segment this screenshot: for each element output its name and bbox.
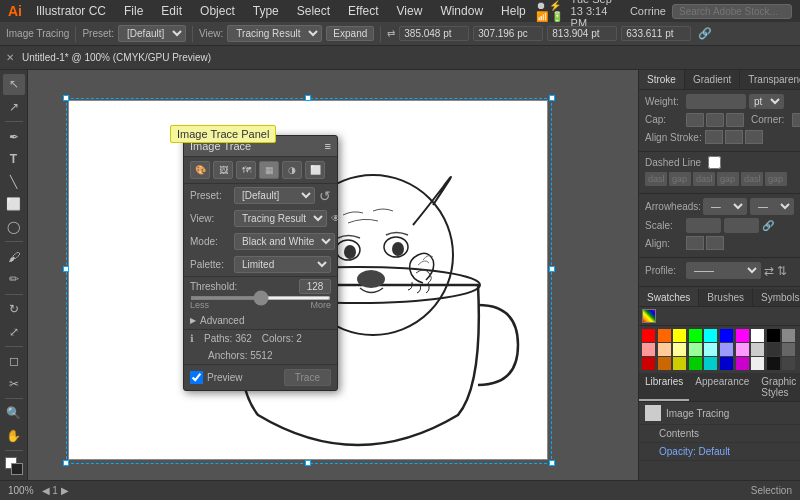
swatch-7[interactable] xyxy=(751,329,764,342)
line-tool[interactable]: ╲ xyxy=(3,172,25,193)
auto-color-icon[interactable]: 🎨 xyxy=(190,161,210,179)
view-select[interactable]: Tracing Result xyxy=(234,210,327,227)
rect-tool[interactable]: ⬜ xyxy=(3,194,25,215)
zoom-tool[interactable]: 🔍 xyxy=(3,403,25,424)
handle-tm[interactable] xyxy=(305,95,311,101)
swatch-0[interactable] xyxy=(642,329,655,342)
rotate-tool[interactable]: ↻ xyxy=(3,299,25,320)
canvas-area[interactable]: Image Trace Panel Image Trace ≡ 🎨 🖼 🗺 ▦ … xyxy=(28,70,638,480)
h-coord[interactable] xyxy=(621,26,691,41)
handle-mr[interactable] xyxy=(549,266,555,272)
swatch-16[interactable] xyxy=(736,343,749,356)
menu-help[interactable]: Help xyxy=(493,2,534,20)
preset-select[interactable]: [Default] xyxy=(234,187,315,204)
weight-input[interactable] xyxy=(686,94,746,109)
align-outside[interactable] xyxy=(745,130,763,144)
lib-item-contents[interactable]: Contents xyxy=(639,425,800,443)
swatch-28[interactable] xyxy=(767,357,780,370)
swatch-12[interactable] xyxy=(673,343,686,356)
preview-checkbox[interactable] xyxy=(190,371,203,384)
view-icon[interactable]: 👁 xyxy=(331,213,341,224)
gap2[interactable] xyxy=(717,172,739,186)
swatch-13[interactable] xyxy=(689,343,702,356)
x-coord[interactable] xyxy=(399,26,469,41)
trace-button[interactable]: Trace xyxy=(284,369,331,386)
lib-item-opacity[interactable]: Opacity: Default xyxy=(639,443,800,461)
flip-icon[interactable]: ⇄ xyxy=(764,264,774,278)
mode-select[interactable]: Black and White xyxy=(234,233,335,250)
swatch-25[interactable] xyxy=(720,357,733,370)
arrow-start-select[interactable]: — xyxy=(703,198,747,215)
corner-miter[interactable] xyxy=(792,113,800,127)
direct-select-tool[interactable]: ↗ xyxy=(3,97,25,118)
swatch-27[interactable] xyxy=(751,357,764,370)
handle-tl[interactable] xyxy=(63,95,69,101)
handle-tr[interactable] xyxy=(549,95,555,101)
cap-projecting[interactable] xyxy=(726,113,744,127)
w-coord[interactable] xyxy=(547,26,617,41)
dashed-line-checkbox[interactable] xyxy=(708,156,721,169)
menu-edit[interactable]: Edit xyxy=(153,2,190,20)
arrow-end-select[interactable]: — xyxy=(750,198,794,215)
menu-object[interactable]: Object xyxy=(192,2,243,20)
align-opt1[interactable] xyxy=(686,236,704,250)
tab-appearance[interactable]: Appearance xyxy=(689,373,755,401)
cap-round[interactable] xyxy=(706,113,724,127)
scale-start-input[interactable] xyxy=(686,218,721,233)
preset-reset-icon[interactable]: ↺ xyxy=(319,188,331,204)
flip-v-icon[interactable]: ⇅ xyxy=(777,264,787,278)
scissors-tool[interactable]: ✂ xyxy=(3,373,25,394)
swatch-20[interactable] xyxy=(642,357,655,370)
scale-tool[interactable]: ⤢ xyxy=(3,321,25,342)
weight-unit-select[interactable]: pt xyxy=(749,94,784,109)
dash3[interactable] xyxy=(741,172,763,186)
swatch-9[interactable] xyxy=(782,329,795,342)
align-inside[interactable] xyxy=(725,130,743,144)
swatch-2[interactable] xyxy=(673,329,686,342)
cap-butt[interactable] xyxy=(686,113,704,127)
tab-libraries[interactable]: Libraries xyxy=(639,373,689,401)
swatch-10[interactable] xyxy=(642,343,655,356)
bw-icon[interactable]: ◑ xyxy=(282,161,302,179)
swatch-22[interactable] xyxy=(673,357,686,370)
swatch-14[interactable] xyxy=(704,343,717,356)
link-scale-icon[interactable]: 🔗 xyxy=(762,220,774,231)
search-input[interactable] xyxy=(672,4,792,19)
menu-file[interactable]: File xyxy=(116,2,151,20)
type-tool[interactable]: T xyxy=(3,149,25,170)
swatch-5[interactable] xyxy=(720,329,733,342)
grayscale-icon[interactable]: ▦ xyxy=(259,161,279,179)
select-tool[interactable]: ↖ xyxy=(3,74,25,95)
swatch-29[interactable] xyxy=(782,357,795,370)
swatch-18[interactable] xyxy=(767,343,780,356)
advanced-header[interactable]: ▶ Advanced xyxy=(184,312,337,329)
eraser-tool[interactable]: ◻ xyxy=(3,351,25,372)
expand-button[interactable]: Expand xyxy=(326,26,374,41)
dash2[interactable] xyxy=(693,172,715,186)
menu-effect[interactable]: Effect xyxy=(340,2,386,20)
palette-select[interactable]: Limited xyxy=(234,256,331,273)
menu-view[interactable]: View xyxy=(389,2,431,20)
tab-swatches[interactable]: Swatches xyxy=(639,289,699,306)
tab-transparency[interactable]: Transparency xyxy=(740,70,800,89)
tab-symbols[interactable]: Symbols xyxy=(753,289,800,306)
swatch-1[interactable] xyxy=(658,329,671,342)
close-tab-icon[interactable]: ✕ xyxy=(6,52,14,63)
gradient-swatch[interactable] xyxy=(642,309,656,323)
handle-ml[interactable] xyxy=(63,266,69,272)
view-select[interactable]: Tracing Result xyxy=(227,25,322,42)
tab-gradient[interactable]: Gradient xyxy=(685,70,740,89)
dash1[interactable] xyxy=(645,172,667,186)
tab-stroke[interactable]: Stroke xyxy=(639,70,685,89)
swatch-15[interactable] xyxy=(720,343,733,356)
swatch-21[interactable] xyxy=(658,357,671,370)
preset-select[interactable]: [Default] xyxy=(118,25,186,42)
ellipse-tool[interactable]: ◯ xyxy=(3,217,25,238)
lib-item-image-tracing[interactable]: Image Tracing xyxy=(639,402,800,425)
swatch-4[interactable] xyxy=(704,329,717,342)
pencil-tool[interactable]: ✏ xyxy=(3,269,25,290)
menu-illustrator[interactable]: Illustrator CC xyxy=(28,2,114,20)
high-color-icon[interactable]: 🖼 xyxy=(213,161,233,179)
gap3[interactable] xyxy=(765,172,787,186)
preview-checkbox-label[interactable]: Preview xyxy=(190,371,243,384)
